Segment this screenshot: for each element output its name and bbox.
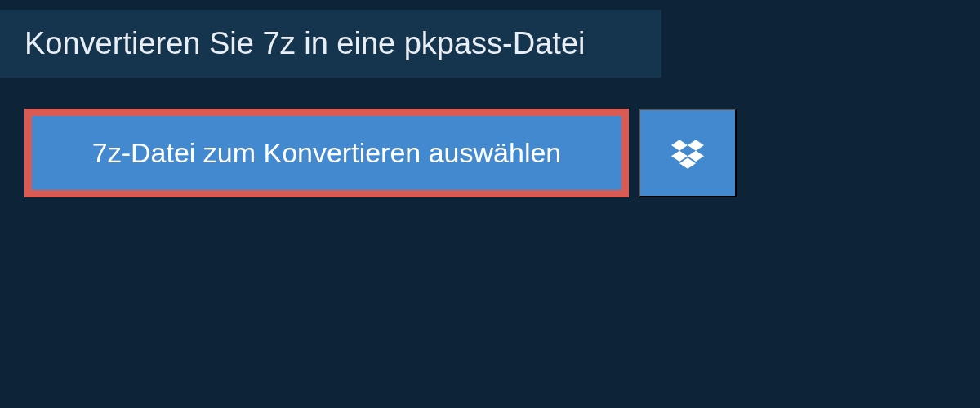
- dropbox-icon: [671, 137, 704, 170]
- page-title: Konvertieren Sie 7z in eine pkpass-Datei: [24, 26, 637, 61]
- header-bar: Konvertieren Sie 7z in eine pkpass-Datei: [0, 10, 662, 78]
- select-file-button[interactable]: 7z-Datei zum Konvertieren auswählen: [24, 109, 629, 197]
- select-file-label: 7z-Datei zum Konvertieren auswählen: [92, 137, 562, 169]
- dropbox-button[interactable]: [639, 109, 737, 197]
- button-row: 7z-Datei zum Konvertieren auswählen: [0, 78, 980, 228]
